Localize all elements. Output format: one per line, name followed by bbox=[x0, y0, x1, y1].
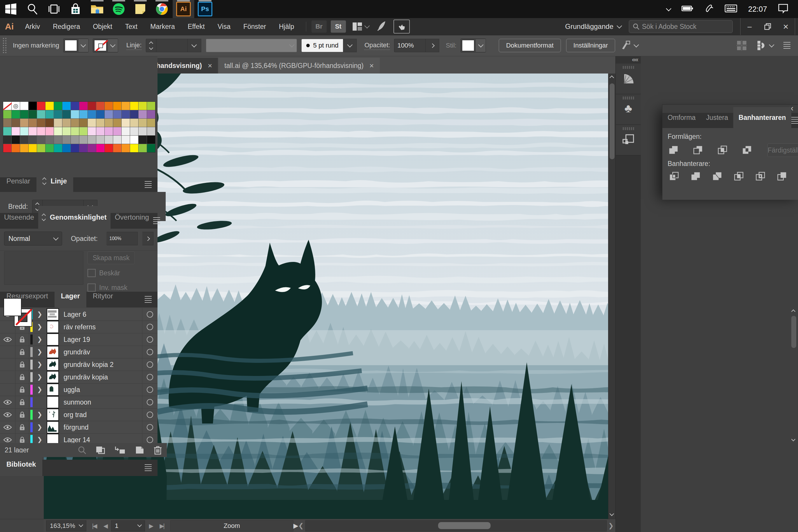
battery-icon[interactable] bbox=[682, 5, 693, 13]
swatch[interactable] bbox=[96, 102, 104, 110]
swatch[interactable] bbox=[130, 110, 138, 118]
swatch[interactable] bbox=[121, 144, 130, 152]
menu-fönster[interactable]: Fönster bbox=[237, 23, 272, 31]
swatch[interactable] bbox=[37, 136, 45, 144]
stock-button[interactable]: St bbox=[331, 20, 346, 33]
document-setup-button[interactable]: Dokumentformat bbox=[499, 39, 561, 52]
bridge-button[interactable]: Br bbox=[311, 20, 327, 33]
expand-button[interactable]: Färdigställ bbox=[767, 144, 798, 157]
swatch[interactable] bbox=[28, 136, 37, 144]
pen-icon[interactable] bbox=[704, 4, 714, 14]
swatch[interactable] bbox=[37, 144, 45, 152]
stroke-dropdown-arrow[interactable] bbox=[108, 39, 118, 52]
expand-layer-chevron[interactable]: ❯ bbox=[34, 383, 45, 396]
swatch[interactable] bbox=[147, 102, 155, 110]
control-bar-menu-icon[interactable] bbox=[783, 44, 791, 45]
swatch[interactable] bbox=[105, 136, 113, 144]
delete-layer-icon[interactable] bbox=[153, 445, 162, 455]
layer-name[interactable]: grundräv bbox=[60, 346, 142, 358]
visibility-toggle[interactable] bbox=[0, 346, 16, 358]
swatch[interactable] bbox=[105, 119, 113, 127]
swatch[interactable] bbox=[113, 127, 121, 135]
canvas-vertical-scrollbar[interactable] bbox=[608, 74, 616, 519]
swatch[interactable] bbox=[3, 127, 12, 135]
layer-target-circle[interactable] bbox=[142, 359, 157, 371]
snap-options-control[interactable] bbox=[757, 40, 774, 51]
swatch[interactable] bbox=[130, 144, 138, 152]
layer-target-circle[interactable] bbox=[142, 408, 157, 421]
pathfinder-merge-button[interactable] bbox=[711, 171, 724, 182]
swatch[interactable] bbox=[88, 144, 96, 152]
make-clipping-mask-icon[interactable] bbox=[95, 445, 106, 455]
swatch[interactable] bbox=[71, 144, 79, 152]
opacity-label[interactable]: Opacitet: bbox=[364, 41, 390, 50]
swatch[interactable] bbox=[138, 119, 147, 127]
swatch[interactable] bbox=[54, 144, 62, 152]
tab-linje[interactable]: Linje bbox=[36, 170, 73, 192]
expand-layer-chevron[interactable]: ❯ bbox=[34, 308, 45, 321]
transparency-panel-menu[interactable] bbox=[153, 213, 166, 229]
tab-justera[interactable]: Justera bbox=[701, 107, 733, 128]
menu-objekt[interactable]: Objekt bbox=[86, 23, 118, 31]
close-tab-icon[interactable]: × bbox=[208, 61, 212, 70]
pathfinder-outline-button[interactable] bbox=[754, 171, 767, 182]
layers-scrollbar[interactable] bbox=[791, 308, 797, 443]
swatch[interactable] bbox=[71, 136, 79, 144]
lock-toggle[interactable] bbox=[16, 359, 29, 371]
layer-row[interactable]: ❯Lager 19 bbox=[0, 334, 157, 346]
taskbar-file-explorer-icon[interactable] bbox=[86, 0, 108, 18]
tab-utseende[interactable]: Utseende bbox=[0, 206, 38, 229]
swatch[interactable] bbox=[3, 110, 12, 118]
taskbar-windows-start-icon[interactable] bbox=[0, 0, 22, 18]
swatch[interactable] bbox=[12, 110, 20, 118]
layer-name[interactable]: Lager 6 bbox=[60, 308, 142, 321]
tray-chevron-icon[interactable] bbox=[667, 6, 670, 12]
layer-thumbnail[interactable] bbox=[45, 334, 60, 346]
style-dropdown-arrow[interactable] bbox=[475, 39, 486, 52]
tab-penslar[interactable]: Penslar bbox=[0, 170, 36, 192]
preferences-button[interactable]: Inställningar bbox=[566, 39, 615, 52]
tab-genomskinlighet[interactable]: Genomskinlighet bbox=[38, 206, 111, 229]
layer-name[interactable]: Lager 19 bbox=[60, 334, 142, 346]
swatch[interactable] bbox=[113, 144, 121, 152]
scroll-up-icon[interactable] bbox=[610, 75, 613, 80]
layer-row[interactable]: ❯grundräv bbox=[0, 346, 157, 359]
swatch[interactable] bbox=[147, 110, 155, 118]
layer-row[interactable]: ❯grundräv kopia bbox=[0, 371, 157, 383]
symbols-panel-icon[interactable]: ♣ bbox=[616, 94, 641, 125]
swatch[interactable] bbox=[121, 110, 130, 118]
layers-panel-menu[interactable] bbox=[145, 292, 157, 307]
illustrator-logo[interactable]: Ai bbox=[0, 18, 19, 35]
taskbar-microsoft-store-icon[interactable] bbox=[65, 0, 86, 18]
visibility-toggle[interactable] bbox=[0, 408, 16, 421]
lock-toggle[interactable] bbox=[16, 396, 29, 408]
swatch[interactable] bbox=[20, 102, 28, 110]
swatch[interactable] bbox=[121, 102, 130, 110]
visibility-toggle[interactable] bbox=[0, 321, 16, 333]
swatch[interactable] bbox=[96, 110, 104, 118]
workspace-switcher[interactable]: Grundläggande bbox=[565, 22, 621, 31]
menu-text[interactable]: Text bbox=[119, 23, 144, 31]
swatch[interactable] bbox=[3, 119, 12, 127]
swatch[interactable] bbox=[138, 144, 147, 152]
swatch[interactable] bbox=[147, 127, 155, 135]
layer-target-circle[interactable] bbox=[142, 321, 157, 333]
tab-ritytor[interactable]: Ritytor bbox=[86, 285, 119, 307]
taskbar-task-view-icon[interactable] bbox=[43, 0, 65, 18]
swatch[interactable] bbox=[12, 127, 20, 135]
layer-name[interactable]: grundräv kopia bbox=[60, 371, 142, 383]
expand-layer-chevron[interactable]: ❯ bbox=[34, 359, 45, 371]
swatch[interactable] bbox=[130, 102, 138, 110]
swatch[interactable] bbox=[105, 127, 113, 135]
swatch[interactable] bbox=[62, 102, 71, 110]
visibility-toggle[interactable] bbox=[0, 334, 16, 346]
swatch[interactable] bbox=[71, 102, 79, 110]
stroke-panel-menu[interactable] bbox=[145, 177, 157, 192]
notifications-icon[interactable] bbox=[778, 4, 788, 14]
swatch[interactable] bbox=[45, 144, 54, 152]
opacity-value[interactable]: 100% bbox=[394, 39, 425, 52]
swatch[interactable] bbox=[71, 119, 79, 127]
layer-name[interactable]: grundräv kopia 2 bbox=[60, 359, 142, 371]
clip-checkbox[interactable] bbox=[88, 269, 96, 277]
swatch[interactable] bbox=[20, 127, 28, 135]
